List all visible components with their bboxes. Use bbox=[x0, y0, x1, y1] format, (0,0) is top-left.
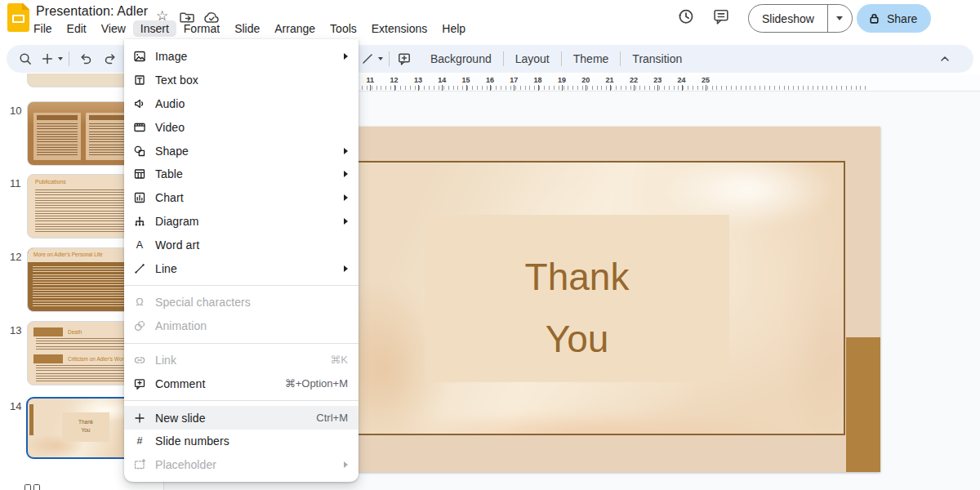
new-slide-plus-icon[interactable] bbox=[40, 51, 55, 66]
thumb14-line1: Thank bbox=[62, 418, 109, 426]
line-icon bbox=[133, 262, 146, 275]
thumb13-heading-block2 bbox=[33, 354, 63, 363]
submenu-arrow-icon bbox=[344, 265, 348, 272]
thumb12-title: More on Adler's Personal Life bbox=[33, 252, 103, 257]
layout-button[interactable]: Layout bbox=[504, 52, 561, 65]
ruler-number: 19 bbox=[554, 76, 570, 84]
menu-item-label: Text box bbox=[155, 74, 348, 87]
thumb11-body-text bbox=[35, 189, 135, 234]
insert-menu-item-animation[interactable]: Animation bbox=[124, 314, 359, 338]
slide-numbers-icon: # bbox=[133, 434, 146, 448]
animation-icon bbox=[133, 319, 146, 332]
ruler-number: 14 bbox=[434, 76, 450, 84]
undo-icon[interactable] bbox=[78, 51, 93, 66]
ruler-number: 22 bbox=[626, 76, 642, 84]
insert-menu-item-image[interactable]: Image bbox=[124, 45, 359, 69]
ruler-number: 20 bbox=[577, 76, 594, 84]
menubar-item-help[interactable]: Help bbox=[434, 20, 473, 37]
menu-item-label: Word art bbox=[155, 238, 348, 252]
menu-bar: FileEditViewInsertFormatSlideArrangeTool… bbox=[26, 19, 473, 38]
insert-menu-item-video[interactable]: Video bbox=[124, 115, 359, 139]
menubar-item-file[interactable]: File bbox=[26, 20, 60, 37]
link-icon bbox=[133, 354, 146, 367]
line-tool-dropdown-icon[interactable] bbox=[378, 57, 383, 60]
menubar-item-extensions[interactable]: Extensions bbox=[364, 20, 434, 37]
thumb13-body-text bbox=[36, 338, 136, 350]
insert-menu-item-placeholder[interactable]: Placeholder bbox=[124, 453, 359, 477]
ruler-number: 18 bbox=[530, 76, 546, 84]
ruler-number: 12 bbox=[386, 76, 403, 84]
menu-item-label: Link bbox=[155, 354, 322, 367]
menubar-item-format[interactable]: Format bbox=[176, 20, 227, 37]
menu-item-label: New slide bbox=[155, 412, 308, 425]
menu-item-label: Shape bbox=[155, 145, 336, 158]
menubar-item-insert[interactable]: Insert bbox=[133, 20, 176, 37]
menubar-item-slide[interactable]: Slide bbox=[227, 20, 267, 37]
insert-menu-item-new-slide[interactable]: New slideCtrl+M bbox=[124, 406, 359, 430]
toolbar-divider bbox=[389, 51, 390, 66]
insert-menu-item-chart[interactable]: Chart bbox=[124, 186, 359, 210]
ruler-number: 17 bbox=[506, 76, 522, 84]
menubar-item-tools[interactable]: Tools bbox=[323, 20, 364, 37]
theme-button[interactable]: Theme bbox=[562, 52, 621, 65]
ruler-minor-ticks bbox=[362, 86, 870, 90]
menu-separator bbox=[124, 285, 359, 286]
menu-separator bbox=[124, 343, 359, 344]
insert-menu-item-slide-numbers[interactable]: #Slide numbers bbox=[124, 430, 359, 453]
slideshow-button[interactable]: Slideshow bbox=[749, 5, 827, 32]
menu-item-label: Comment bbox=[155, 377, 277, 390]
insert-comment-icon[interactable] bbox=[397, 51, 412, 66]
insert-menu-item-shape[interactable]: Shape bbox=[124, 139, 359, 163]
insert-menu-item-comment[interactable]: Comment⌘+Option+M bbox=[124, 372, 359, 395]
search-icon[interactable] bbox=[18, 51, 33, 66]
menu-item-label: Animation bbox=[155, 319, 348, 332]
submenu-arrow-icon bbox=[344, 218, 348, 225]
slide-accent-rectangle[interactable] bbox=[846, 337, 880, 472]
version-history-icon[interactable] bbox=[676, 7, 696, 26]
share-button[interactable]: Share bbox=[857, 4, 931, 33]
ruler-number: 15 bbox=[458, 76, 474, 84]
submenu-arrow-icon bbox=[344, 171, 348, 177]
insert-menu-item-link[interactable]: Link⌘K bbox=[124, 349, 359, 372]
background-button[interactable]: Background bbox=[419, 52, 503, 65]
audio-icon bbox=[133, 97, 146, 110]
grid-view-icon[interactable] bbox=[24, 484, 40, 490]
insert-menu-item-special-characters[interactable]: ΩSpecial characters bbox=[124, 291, 359, 314]
menubar-item-edit[interactable]: Edit bbox=[60, 20, 94, 37]
slideshow-dropdown[interactable] bbox=[828, 5, 852, 32]
insert-menu-item-word-art[interactable]: AWord art bbox=[124, 233, 359, 256]
submenu-arrow-icon bbox=[344, 148, 348, 154]
insert-menu-item-text-box[interactable]: Text box bbox=[124, 69, 359, 92]
menu-item-label: Chart bbox=[155, 191, 336, 204]
line-tool-icon[interactable] bbox=[360, 51, 375, 66]
menu-item-label: Video bbox=[155, 121, 348, 134]
ruler-number: 24 bbox=[674, 76, 690, 84]
thank-you-line1: Thank bbox=[425, 246, 729, 308]
hide-menus-chevron-icon[interactable] bbox=[938, 51, 952, 66]
menu-item-shortcut: ⌘+Option+M bbox=[285, 377, 348, 390]
menu-item-label: Table bbox=[155, 167, 336, 180]
redo-icon[interactable] bbox=[103, 51, 118, 66]
menu-item-label: Image bbox=[155, 50, 336, 63]
transition-button[interactable]: Transition bbox=[621, 52, 693, 65]
insert-menu-item-table[interactable]: Table bbox=[124, 163, 359, 186]
insert-menu-item-audio[interactable]: Audio bbox=[124, 92, 359, 116]
text-box-icon bbox=[133, 74, 146, 87]
slideshow-split-button[interactable]: Slideshow bbox=[748, 4, 853, 33]
comments-icon[interactable] bbox=[712, 7, 731, 26]
menubar-item-view[interactable]: View bbox=[94, 20, 133, 37]
thumb12-body-text bbox=[33, 266, 137, 307]
thumb13-body-text2 bbox=[36, 365, 136, 381]
table-icon bbox=[133, 167, 146, 180]
word-art-icon: A bbox=[133, 238, 146, 252]
menu-item-label: Audio bbox=[155, 97, 348, 110]
new-slide-dropdown-icon[interactable] bbox=[58, 57, 63, 60]
thank-you-text-box[interactable]: Thank You bbox=[425, 215, 729, 382]
menubar-item-arrange[interactable]: Arrange bbox=[267, 20, 323, 37]
thumb14-accent-bar bbox=[29, 404, 33, 435]
document-title[interactable]: Presentation: Adler bbox=[36, 4, 148, 19]
insert-menu-item-line[interactable]: Line bbox=[124, 256, 359, 280]
ruler-number: 16 bbox=[482, 76, 498, 84]
thumb14-line2: You bbox=[62, 426, 109, 434]
insert-menu-item-diagram[interactable]: Diagram bbox=[124, 210, 359, 234]
